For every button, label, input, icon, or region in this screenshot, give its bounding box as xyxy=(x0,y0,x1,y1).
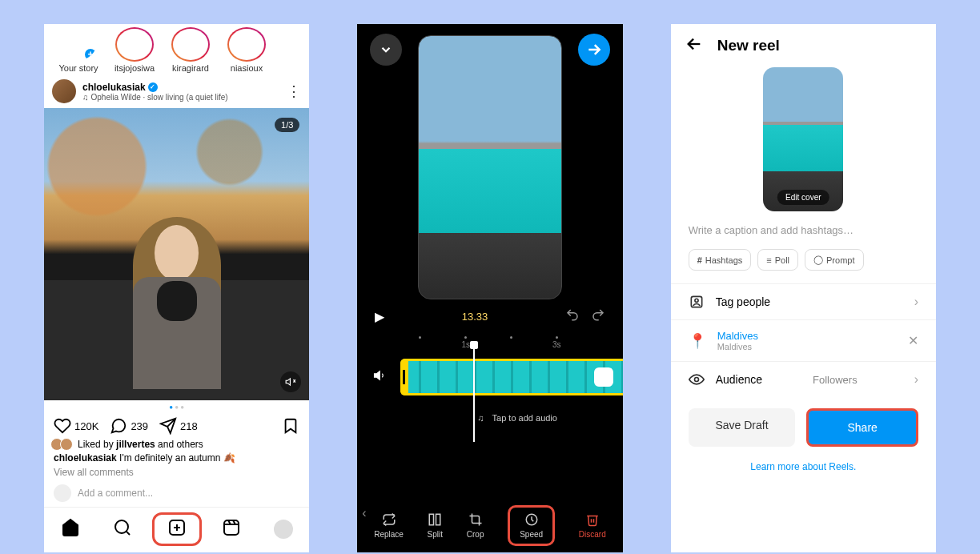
page-title: New reel xyxy=(717,37,780,54)
svg-line-3 xyxy=(126,532,129,535)
more-icon[interactable]: ⋮ xyxy=(287,82,301,100)
editor-screen: ▶ 13.33 1s 3s ⊡ ♫ Tap to add audio ‹ Rep… xyxy=(357,24,622,552)
speed-tab[interactable]: Speed xyxy=(508,505,555,546)
prompt-chip[interactable]: ◯Prompt xyxy=(805,249,863,271)
chevron-right-icon: › xyxy=(914,372,918,387)
cover-preview[interactable]: Edit cover xyxy=(763,67,843,211)
redo-button[interactable] xyxy=(591,307,605,325)
prompt-icon: ◯ xyxy=(813,255,823,265)
poll-icon: ≡ xyxy=(766,255,771,265)
tag-people-row[interactable]: Tag people › xyxy=(671,283,936,319)
story-label: itsjojosiwa xyxy=(114,63,155,73)
stories-row: + Your story itsjojosiwa kiragirard nias… xyxy=(44,24,309,74)
new-reel-screen: New reel Edit cover Write a caption and … xyxy=(671,24,936,552)
transition-icon[interactable]: ⊡ xyxy=(594,367,613,387)
search-tab[interactable] xyxy=(113,518,132,540)
svg-rect-7 xyxy=(224,520,239,535)
audience-row[interactable]: Audience Followers › xyxy=(671,361,936,397)
carousel-counter: 1/3 xyxy=(275,118,299,132)
split-tab[interactable]: Split xyxy=(428,512,443,539)
button-row: Save Draft Share xyxy=(671,397,936,458)
audience-value: Followers xyxy=(813,374,858,386)
caption-input[interactable]: Write a caption and add hashtags… xyxy=(671,211,936,249)
like-button[interactable]: 120K xyxy=(54,417,98,435)
location-name: Maldives xyxy=(717,330,758,342)
chevron-right-icon: › xyxy=(914,295,918,309)
next-button[interactable] xyxy=(578,34,610,66)
bottom-nav xyxy=(44,507,309,552)
story-label: kiragirard xyxy=(172,63,209,73)
svg-rect-10 xyxy=(436,514,440,525)
post-caption: chloelukasiak I'm definitely an autumn 🍂 xyxy=(44,451,309,465)
clip-handle[interactable] xyxy=(400,359,408,395)
post-username[interactable]: chloelukasiak xyxy=(82,82,146,93)
collapse-button[interactable] xyxy=(370,34,402,66)
story-your[interactable]: + Your story xyxy=(50,27,106,73)
hashtags-chip[interactable]: #Hashtags xyxy=(689,249,752,271)
location-row[interactable]: 📍 Maldives Maldives ✕ xyxy=(671,319,936,361)
poll-chip[interactable]: ≡Poll xyxy=(757,249,798,271)
back-chevron-icon[interactable]: ‹ xyxy=(362,506,366,520)
eye-icon xyxy=(689,371,705,387)
volume-icon[interactable] xyxy=(373,368,388,386)
story-item[interactable]: niasioux xyxy=(219,27,275,73)
add-audio-button[interactable]: ♫ Tap to add audio xyxy=(357,402,622,434)
svg-point-2 xyxy=(115,520,128,533)
avatar xyxy=(54,484,71,502)
post-audio[interactable]: Ophelia Wilde · slow living (a quiet lif… xyxy=(91,93,228,102)
edit-cover-button[interactable]: Edit cover xyxy=(777,190,829,205)
reels-tab[interactable] xyxy=(222,518,241,540)
location-sub: Maldives xyxy=(717,342,758,351)
story-item[interactable]: kiragirard xyxy=(163,27,219,73)
post-header: chloelukasiak ♫ Ophelia Wilde · slow liv… xyxy=(44,74,309,108)
playhead[interactable] xyxy=(473,344,475,442)
replace-tab[interactable]: Replace xyxy=(374,512,404,539)
timestamp: 13.33 xyxy=(462,311,488,323)
avatar[interactable] xyxy=(52,79,76,103)
video-clip[interactable]: ⊡ xyxy=(400,359,622,395)
save-draft-button[interactable]: Save Draft xyxy=(689,408,796,447)
timeline-ticks: 1s 3s xyxy=(357,333,622,352)
share-button[interactable]: Share xyxy=(806,408,918,447)
feed-screen: + Your story itsjojosiwa kiragirard nias… xyxy=(44,24,309,552)
story-label: Your story xyxy=(58,63,98,73)
add-comment-input[interactable]: Add a comment... xyxy=(44,480,309,507)
svg-point-14 xyxy=(695,299,698,302)
post-image[interactable]: 1/3 xyxy=(44,108,309,400)
discard-tab[interactable]: Discard xyxy=(579,512,606,539)
save-button[interactable] xyxy=(282,417,299,435)
story-item[interactable]: itsjojosiwa xyxy=(106,27,163,73)
music-icon: ♫ xyxy=(82,93,89,102)
learn-more-link[interactable]: Learn more about Reels. xyxy=(671,458,936,488)
svg-rect-9 xyxy=(430,514,434,525)
chips-row: #Hashtags ≡Poll ◯Prompt xyxy=(671,249,936,283)
profile-tab[interactable] xyxy=(274,520,293,539)
video-timeline[interactable]: ⊡ xyxy=(357,352,622,402)
location-pin-icon: 📍 xyxy=(689,332,706,350)
view-comments-link[interactable]: View all comments xyxy=(44,465,309,480)
remove-location-button[interactable]: ✕ xyxy=(908,333,918,348)
home-tab[interactable] xyxy=(61,518,80,540)
editor-tabs: Replace Split Crop Speed Discard xyxy=(357,504,622,552)
like-count: 120K xyxy=(74,420,98,432)
person-icon xyxy=(689,294,705,310)
story-label: niasioux xyxy=(231,63,263,73)
add-story-icon: + xyxy=(83,47,98,62)
verified-badge-icon xyxy=(148,82,158,92)
create-tab[interactable] xyxy=(152,512,202,546)
header: New reel xyxy=(671,24,936,67)
liked-by-row[interactable]: Liked by jillvertes and others xyxy=(44,438,309,451)
play-icon[interactable]: ▶ xyxy=(375,309,384,324)
svg-point-15 xyxy=(694,378,698,382)
crop-tab[interactable]: Crop xyxy=(467,512,484,539)
music-icon: ♫ xyxy=(477,413,484,423)
back-button[interactable] xyxy=(685,35,703,56)
undo-button[interactable] xyxy=(565,307,580,325)
video-preview[interactable] xyxy=(418,35,562,299)
